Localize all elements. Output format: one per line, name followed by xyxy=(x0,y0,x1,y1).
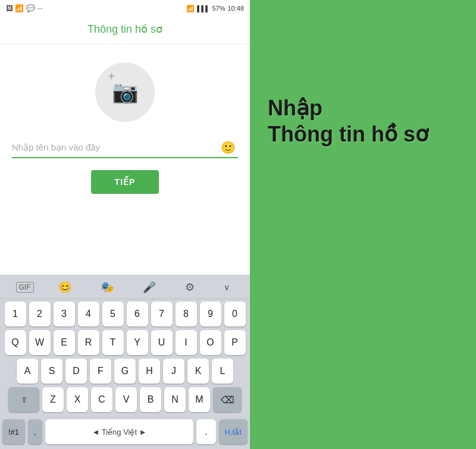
key-e[interactable]: E xyxy=(54,330,75,355)
app-header: Thông tin hồ sơ xyxy=(0,17,250,45)
key-m[interactable]: M xyxy=(189,387,210,412)
profile-section: + 📷 xyxy=(0,45,250,134)
input-section: 🙂 TIẾP xyxy=(0,134,250,206)
key-g[interactable]: G xyxy=(114,359,136,384)
key-t[interactable]: T xyxy=(102,330,124,355)
key-1[interactable]: 1 xyxy=(5,302,26,326)
key-u[interactable]: U xyxy=(151,330,173,355)
battery-level: 57% xyxy=(212,5,225,12)
key-h[interactable]: H xyxy=(139,359,160,384)
key-r[interactable]: R xyxy=(78,330,99,355)
key-4[interactable]: 4 xyxy=(78,302,99,326)
qwerty-row: Q W E R T Y U I O P xyxy=(2,330,248,355)
zxcv-row: ⇧ Z X C V B N M ⌫ xyxy=(2,387,248,412)
key-n[interactable]: N xyxy=(164,387,186,412)
camera-icon: 📷 xyxy=(112,81,139,103)
key-k[interactable]: K xyxy=(187,359,209,384)
key-x[interactable]: X xyxy=(67,387,88,412)
key-j[interactable]: J xyxy=(163,359,184,384)
number-row: 1 2 3 4 5 6 7 8 9 0 xyxy=(2,302,248,326)
key-9[interactable]: 9 xyxy=(200,302,221,326)
phone-frame: 🖼 📶 💬 ··· 📶 ▌▌▌ 57% 10:48 Thông tin hồ s… xyxy=(0,0,250,449)
label-line2: Thông tin hồ sơ xyxy=(268,121,428,149)
settings-button[interactable]: ⚙ xyxy=(180,280,199,295)
period-key[interactable]: . xyxy=(196,419,215,444)
label-line1: Nhập xyxy=(268,95,322,121)
wifi-icon: 📶 xyxy=(186,5,195,12)
comma-key[interactable]: , xyxy=(28,419,42,444)
signal-icon: ▌▌▌ xyxy=(197,5,209,12)
key-b[interactable]: B xyxy=(140,387,161,412)
key-6[interactable]: 6 xyxy=(127,302,148,326)
key-c[interactable]: C xyxy=(91,387,112,412)
status-left: 🖼 📶 💬 ··· xyxy=(6,4,43,12)
key-d[interactable]: D xyxy=(65,359,87,384)
name-input[interactable] xyxy=(12,140,218,155)
key-f[interactable]: F xyxy=(90,359,111,384)
status-bar: 🖼 📶 💬 ··· 📶 ▌▌▌ 57% 10:48 xyxy=(0,0,250,17)
collapse-button[interactable]: ∨ xyxy=(219,281,234,293)
key-v[interactable]: V xyxy=(115,387,137,412)
emoji-button[interactable]: 🙂 xyxy=(218,140,238,155)
next-button[interactable]: TIẾP xyxy=(91,170,159,194)
symbols-key[interactable]: !#1 xyxy=(2,419,25,444)
key-l[interactable]: L xyxy=(212,359,233,384)
key-p[interactable]: P xyxy=(224,330,246,355)
mic-button[interactable]: 🎤 xyxy=(138,280,161,295)
key-5[interactable]: 5 xyxy=(102,302,124,326)
keyboard: GIF 😊 🎭 🎤 ⚙ ∨ 1 2 3 4 5 6 7 8 9 0 xyxy=(0,275,250,449)
key-y[interactable]: Y xyxy=(127,330,148,355)
key-2[interactable]: 2 xyxy=(29,302,51,326)
emoji-keyboard-button[interactable]: 😊 xyxy=(54,280,76,295)
gif-button[interactable]: GIF xyxy=(16,282,34,293)
plus-icon: + xyxy=(108,71,115,81)
avatar-upload-button[interactable]: + 📷 xyxy=(95,62,155,122)
key-7[interactable]: 7 xyxy=(151,302,173,326)
keyboard-rows: 1 2 3 4 5 6 7 8 9 0 Q W E R T Y U I xyxy=(0,299,250,419)
key-s[interactable]: S xyxy=(41,359,62,384)
name-input-wrapper: 🙂 xyxy=(12,140,238,158)
space-key[interactable]: ◄ Tiếng Việt ► xyxy=(45,419,194,444)
sticker-button[interactable]: 🎭 xyxy=(96,280,118,295)
keyboard-toolbar: GIF 😊 🎭 🎤 ⚙ ∨ xyxy=(0,275,250,299)
key-0[interactable]: 0 xyxy=(224,302,246,326)
key-3[interactable]: 3 xyxy=(54,302,75,326)
asdf-row: A S D F G H J K L xyxy=(2,359,248,384)
time-display: 10:48 xyxy=(227,5,244,12)
htат-key[interactable]: H.tắt xyxy=(219,419,248,444)
page-title: Thông tin hồ sơ xyxy=(87,23,162,35)
right-label: Nhập Thông tin hồ sơ xyxy=(250,0,476,449)
shift-key[interactable]: ⇧ xyxy=(8,387,39,412)
key-z[interactable]: Z xyxy=(42,387,64,412)
key-q[interactable]: Q xyxy=(5,330,26,355)
backspace-key[interactable]: ⌫ xyxy=(213,387,242,412)
key-i[interactable]: I xyxy=(176,330,197,355)
status-right: 📶 ▌▌▌ 57% 10:48 xyxy=(186,5,244,12)
key-w[interactable]: W xyxy=(29,330,51,355)
keyboard-bottom-row: !#1 , ◄ Tiếng Việt ► . H.tắt xyxy=(0,419,250,449)
key-a[interactable]: A xyxy=(17,359,38,384)
key-8[interactable]: 8 xyxy=(176,302,197,326)
status-icons: 🖼 📶 💬 ··· xyxy=(6,4,43,12)
key-o[interactable]: O xyxy=(200,330,221,355)
